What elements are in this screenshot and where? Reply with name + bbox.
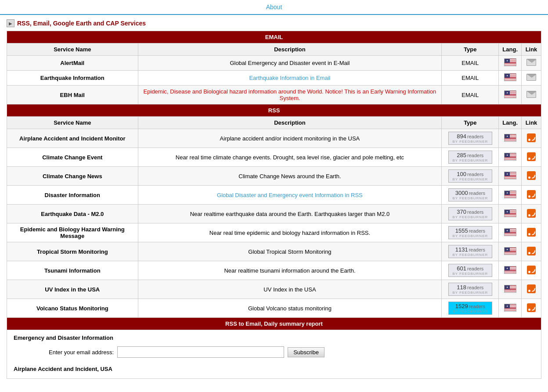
- feedburner-widget[interactable]: 118 readers BY FEEDBURNER: [448, 283, 492, 296]
- feedburner-widget[interactable]: 370 readers BY FEEDBURNER: [448, 207, 492, 220]
- email-link-icon[interactable]: [526, 74, 536, 81]
- lang-climate-news: [499, 167, 522, 186]
- rss-link-icon[interactable]: [527, 228, 536, 237]
- rss-col-description: Description: [138, 117, 442, 129]
- flag-icon: [504, 73, 516, 81]
- table-row: EBH Mail Epidemic, Disease and Biologica…: [7, 86, 541, 104]
- desc-epidemic: Near real time epidemic and biology haza…: [138, 223, 442, 242]
- table-row: Tsunami Information Near realtime tsunam…: [7, 261, 541, 280]
- subscribe-button[interactable]: Subscribe: [288, 347, 324, 357]
- link-climate-event[interactable]: [522, 148, 541, 167]
- airplane-title: Airplane Accident and Incident, USA: [14, 363, 534, 374]
- lang-ebh-mail: [499, 86, 522, 104]
- table-row: AlertMail Global Emergency and Disaster …: [7, 56, 541, 71]
- service-ebh-mail: EBH Mail: [7, 86, 138, 104]
- feedburner-widget[interactable]: 3000 readers BY FEEDBURNER: [448, 188, 492, 201]
- rss-col-link: Link: [522, 117, 541, 129]
- desc-volcano: Global Volcano status monitoring: [138, 299, 442, 318]
- table-row: Climate Change News Climate Change News …: [7, 167, 541, 186]
- flag-icon: [504, 266, 516, 274]
- feedburner-widget[interactable]: 601 readers BY FEEDBURNER: [448, 264, 492, 277]
- email-link-icon[interactable]: [526, 59, 536, 66]
- desc-earthquake-data: Near realtime earthquake data around the…: [138, 205, 442, 223]
- desc-tropical-storm: Global Tropical Storm Monitoring: [138, 242, 442, 261]
- flag-icon: [504, 58, 516, 66]
- subscribe-block: Emergency and Disaster Information Enter…: [7, 330, 541, 379]
- link-disaster[interactable]: [522, 186, 541, 205]
- feedburner-widget[interactable]: 100 readers BY FEEDBURNER: [448, 169, 492, 183]
- link-climate-news[interactable]: [522, 167, 541, 186]
- feedburner-widget[interactable]: 1555 readers BY FEEDBURNER: [448, 226, 492, 239]
- service-earthquake-data: Earthquake Data - M2.0: [7, 205, 138, 223]
- email-input[interactable]: [117, 346, 284, 358]
- feedburner-widget[interactable]: 1131 readers BY FEEDBURNER: [448, 245, 492, 258]
- service-earthquake-info: Earthquake Information: [7, 71, 138, 86]
- link-tropical-storm[interactable]: [522, 242, 541, 261]
- link-airplane[interactable]: [522, 129, 541, 148]
- rss-link-icon[interactable]: [527, 152, 536, 161]
- service-climate-event: Climate Change Event: [7, 148, 138, 167]
- table-row: Airplane Accident and Incident Monitor A…: [7, 129, 541, 148]
- play-button[interactable]: ▶: [7, 19, 14, 27]
- table-row: Tropical Storm Monitoring Global Tropica…: [7, 242, 541, 261]
- top-nav: About: [0, 0, 548, 15]
- flag-icon: [504, 134, 516, 142]
- type-climate-news: 100 readers BY FEEDBURNER: [442, 167, 499, 186]
- service-tsunami: Tsunami Information: [7, 261, 138, 280]
- about-link[interactable]: About: [266, 4, 282, 11]
- desc-alertmail: Global Emergency and Disaster event in E…: [138, 56, 442, 71]
- lang-epidemic: [499, 223, 522, 242]
- email-col-lang: Lang.: [499, 43, 522, 56]
- rss-col-type: Type: [442, 117, 499, 129]
- link-earthquake-info[interactable]: [522, 71, 541, 86]
- rss-col-service: Service Name: [7, 117, 138, 129]
- table-row: Epidemic and Biology Hazard Warning Mess…: [7, 223, 541, 242]
- email-link-icon[interactable]: [526, 91, 536, 98]
- type-earthquake-data: 370 readers BY FEEDBURNER: [442, 205, 499, 223]
- type-epidemic: 1555 readers BY FEEDBURNER: [442, 223, 499, 242]
- email-section-header: EMAIL: [7, 31, 541, 43]
- email-col-service: Service Name: [7, 43, 138, 56]
- lang-disaster: [499, 186, 522, 205]
- flag-icon: [504, 228, 516, 236]
- link-volcano[interactable]: [522, 299, 541, 318]
- type-tropical-storm: 1131 readers BY FEEDBURNER: [442, 242, 499, 261]
- lang-airplane: [499, 129, 522, 148]
- feedburner-widget-volcano[interactable]: 1529 readers BY FEEDBURNER: [448, 302, 492, 315]
- desc-airplane: Airplane accident and/or incident monito…: [138, 129, 442, 148]
- flag-icon: [504, 153, 516, 161]
- service-alertmail: AlertMail: [7, 56, 138, 71]
- link-alertmail[interactable]: [522, 56, 541, 71]
- type-volcano: 1529 readers BY FEEDBURNER: [442, 299, 499, 318]
- flag-icon: [504, 209, 516, 217]
- service-disaster: Disaster Information: [7, 186, 138, 205]
- feedburner-widget[interactable]: 285 readers BY FEEDBURNER: [448, 151, 492, 164]
- table-row: Disaster Information Global Disaster and…: [7, 186, 541, 205]
- table-row: Earthquake Information Earthquake Inform…: [7, 71, 541, 86]
- services-table: EMAIL Service Name Description Type Lang…: [7, 31, 541, 330]
- link-ebh-mail[interactable]: [522, 86, 541, 104]
- flag-icon: [504, 191, 516, 198]
- link-tsunami[interactable]: [522, 261, 541, 280]
- rss-link-icon[interactable]: [527, 190, 536, 199]
- link-epidemic[interactable]: [522, 223, 541, 242]
- type-alertmail: EMAIL: [442, 56, 499, 71]
- service-tropical-storm: Tropical Storm Monitoring: [7, 242, 138, 261]
- subscribe-row: Enter your email address: Subscribe: [14, 346, 534, 358]
- lang-earthquake-data: [499, 205, 522, 223]
- email-col-link: Link: [522, 43, 541, 56]
- link-uv-index[interactable]: [522, 280, 541, 299]
- rss-link-icon[interactable]: [527, 209, 536, 218]
- flag-icon: [504, 285, 516, 293]
- rss-link-icon[interactable]: [527, 284, 536, 293]
- type-disaster: 3000 readers BY FEEDBURNER: [442, 186, 499, 205]
- table-row: Climate Change Event Near real time clim…: [7, 148, 541, 167]
- rss-link-icon[interactable]: [527, 266, 536, 274]
- link-earthquake-data[interactable]: [522, 205, 541, 223]
- rss-link-icon[interactable]: [527, 247, 536, 255]
- feedburner-widget[interactable]: 894 readers BY FEEDBURNER: [448, 132, 492, 145]
- rss-link-icon[interactable]: [527, 171, 536, 180]
- rss-link-icon[interactable]: [527, 303, 536, 312]
- desc-climate-news: Climate Change News around the Earth.: [138, 167, 442, 186]
- rss-link-icon[interactable]: [527, 133, 536, 142]
